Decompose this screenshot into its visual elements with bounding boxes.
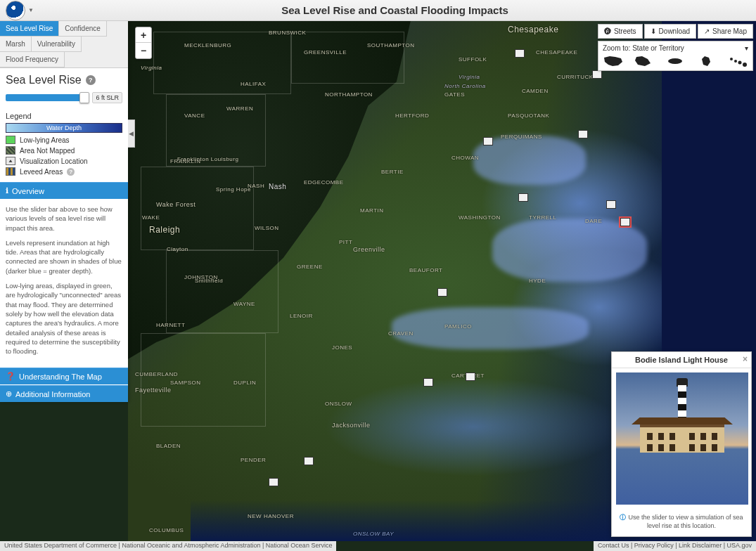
zoom-control: + − (135, 27, 152, 59)
water-level-slider[interactable] (6, 94, 88, 101)
viz-location-marker[interactable] (466, 372, 475, 381)
region-usa-icon[interactable] (603, 55, 624, 67)
map-label: WAYNE (233, 301, 255, 307)
legend-item-levee: Leveed Areas ? (6, 167, 122, 176)
slider-thumb[interactable] (79, 92, 89, 103)
svg-point-1 (730, 58, 733, 60)
map-label: HERTFORD (395, 112, 429, 119)
share-icon: ↗ (704, 27, 710, 35)
map-label: Greenville (353, 246, 385, 253)
accordion-understanding-header[interactable]: ❓ Understanding The Map (0, 368, 128, 384)
zoom-to-select[interactable]: Zoom to: State or Territory ▾ (603, 44, 748, 52)
map-flood-overlay (492, 219, 647, 282)
svg-point-3 (738, 61, 741, 65)
select-label: Zoom to: State or Territory (603, 44, 684, 52)
map-land-dark (128, 21, 411, 359)
page-title: Sea Level Rise and Coastal Flooding Impa… (34, 4, 756, 16)
download-button[interactable]: ⬇Download (644, 24, 696, 39)
map-label: CAMDEN (522, 88, 549, 94)
accordion-title: Additional Information (15, 390, 90, 398)
zoom-out-button[interactable]: − (136, 43, 151, 58)
footer-link-privacy[interactable]: Privacy Policy (634, 542, 674, 549)
basemap-streets-button[interactable]: 🅐Streets (598, 24, 643, 39)
footer-link-disclaimer[interactable]: Link Disclaimer (679, 542, 722, 549)
viz-location-marker[interactable] (269, 478, 278, 486)
map-label: MARTIN (360, 207, 384, 214)
chevron-down-icon[interactable]: ▼ (28, 7, 34, 13)
popup-caption: ⓘUse the slider to view a simulation of … (612, 509, 751, 536)
map-label: DUPLIN (233, 380, 256, 386)
legend-water-depth: Water Depth (6, 123, 122, 133)
legend-title: Legend (0, 109, 128, 122)
region-quick-select (603, 55, 748, 67)
viz-location-marker-selected[interactable] (620, 218, 630, 226)
tab-flood-frequency[interactable]: Flood Frequency (0, 52, 65, 67)
share-map-button[interactable]: ↗Share Map (698, 24, 753, 39)
accordion-additional-header[interactable]: ⊕ Additional Information (0, 385, 128, 402)
button-label: Download (659, 27, 690, 35)
viz-location-marker[interactable] (592, 70, 602, 79)
viz-location-marker[interactable] (518, 193, 528, 202)
viz-location-marker[interactable] (578, 130, 588, 138)
zoom-in-button[interactable]: + (136, 27, 151, 43)
map-label: CURRITUCK (557, 74, 594, 80)
map-label: Jacksonville (332, 422, 371, 429)
map-label: SUFFOLK (459, 56, 487, 63)
viz-location-marker[interactable] (483, 137, 493, 145)
swatch-green-icon (6, 136, 15, 144)
sidebar-collapse-handle[interactable]: ◀ (128, 119, 135, 148)
popup-header: Bodie Island Light House × (612, 352, 751, 368)
info-icon: ⓘ (620, 514, 626, 521)
popup-caption-text: Use the slider to view a simulation of s… (628, 514, 743, 529)
region-guam-icon[interactable] (696, 55, 717, 67)
swatch-viz-icon (6, 157, 15, 165)
accordion-overview-header[interactable]: ℹ Overview (0, 182, 128, 199)
footer-link-usagov[interactable]: USA.gov (726, 542, 752, 549)
footer-left: United States Department of Commerce | N… (0, 541, 336, 551)
legend-item-viz: Visualization Location (6, 157, 122, 165)
map-label: Fayetteville (135, 387, 172, 394)
legend-item-low-lying: Low-lying Areas (6, 136, 122, 144)
footer-link-contact[interactable]: Contact Us (598, 542, 629, 549)
app-header: ▼ Sea Level Rise and Coastal Flooding Im… (0, 0, 756, 21)
accordion-title: Understanding The Map (19, 372, 102, 381)
tab-confidence[interactable]: Confidence (59, 21, 107, 37)
overview-text: Use the slider bar above to see how vari… (6, 205, 122, 233)
close-icon[interactable]: × (743, 354, 748, 364)
map-label: Chesapeake (508, 25, 558, 34)
map-label: BLADEN (156, 443, 181, 449)
map-flood-overlay (392, 307, 589, 349)
legend-label: Visualization Location (20, 157, 88, 165)
swatch-levee-icon (6, 167, 15, 176)
region-alaska-icon[interactable] (634, 55, 655, 67)
noaa-logo-icon[interactable] (6, 1, 25, 20)
overview-text: Levels represent inundation at high tide… (6, 238, 122, 276)
overview-text: Low-lying areas, displayed in green, are… (6, 281, 122, 356)
legend-item-unmapped: Area Not Mapped (6, 146, 122, 155)
tab-sea-level-rise[interactable]: Sea Level Rise (0, 21, 59, 37)
region-hawaii-icon[interactable] (727, 55, 748, 67)
map-label: GATES (444, 91, 465, 98)
footer-text: United States Department of Commerce | N… (4, 542, 332, 549)
map-label: ONSLOW (325, 401, 352, 407)
help-icon[interactable]: ? (86, 75, 96, 85)
viz-location-marker[interactable] (437, 288, 447, 297)
map-label: LENOIR (290, 313, 313, 319)
tab-marsh[interactable]: Marsh (0, 37, 32, 52)
sidebar: Sea Level Rise Confidence Marsh Vulnerab… (0, 21, 128, 402)
map-label: North Carolina (444, 83, 486, 89)
map-label: CUMBERLAND (135, 371, 178, 377)
viz-location-marker[interactable] (423, 378, 433, 387)
swatch-hatch-icon (6, 146, 15, 155)
legend-label: Area Not Mapped (20, 147, 75, 155)
viz-location-marker[interactable] (606, 200, 616, 209)
region-puertorico-icon[interactable] (665, 55, 686, 67)
viz-location-marker[interactable] (515, 49, 525, 58)
viz-location-marker[interactable] (304, 457, 314, 465)
map-label: PASQUOTANK (508, 112, 549, 119)
globe-icon: 🅐 (604, 27, 611, 35)
help-icon[interactable]: ? (67, 168, 75, 176)
legend-label: Leveed Areas (20, 168, 63, 176)
water-level-slider-row: 6 ft SLR (0, 89, 128, 109)
tab-vulnerability[interactable]: Vulnerability (32, 37, 82, 52)
